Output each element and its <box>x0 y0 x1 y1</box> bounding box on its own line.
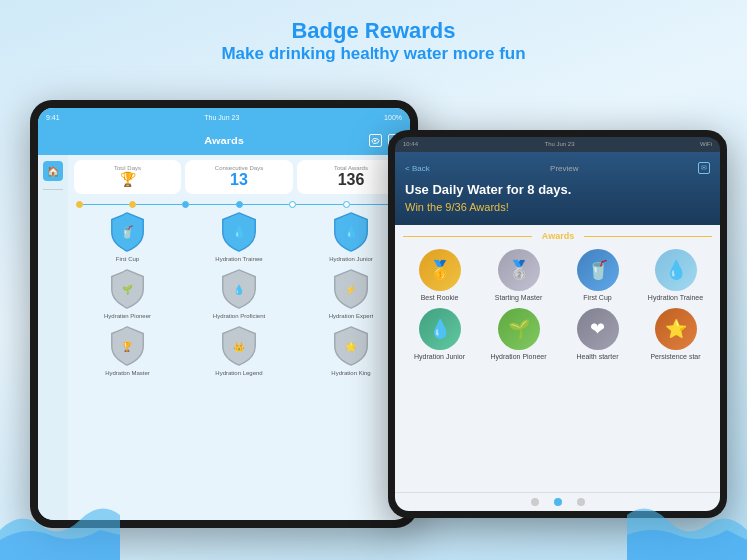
footer-dot-3 <box>577 498 585 506</box>
right-badge-icon-persistence-star: ⭐ <box>655 308 697 350</box>
stat-card-consecutive: Consecutive Days 13 <box>185 160 293 194</box>
badge-icon-hydration-pioneer: 🌱 <box>106 267 149 311</box>
right-ipad: 10:44 Thu Jun 23 WiFi < Back Preview ✉ U… <box>388 130 727 518</box>
right-nav: < Back Preview ✉ <box>405 162 710 174</box>
page-title: Badge Rewards <box>0 18 747 44</box>
right-badge-starting-master[interactable]: 🥈 Starting Master <box>482 249 555 302</box>
right-badge-first-cup[interactable]: 🥤 First Cup <box>561 249 633 302</box>
send-icon[interactable]: ✉ <box>698 162 710 174</box>
right-battery: WiFi <box>700 141 712 147</box>
progress-line <box>68 199 410 210</box>
svg-text:🌱: 🌱 <box>122 284 133 296</box>
svg-text:💧: 💧 <box>232 225 247 239</box>
right-badge-label-hydration-pioneer: Hydration Pioneer <box>490 353 546 361</box>
left-nav-bar: Awards + <box>38 126 410 155</box>
right-subtitle: Win the 9/36 Awards! <box>405 201 710 213</box>
right-awards-body: Awards 🥇 Best Rookie 🥈 <box>395 225 720 492</box>
svg-text:💧: 💧 <box>344 225 359 239</box>
left-status-bar: 9:41 Thu Jun 23 100% <box>38 108 410 126</box>
awards-header: Awards <box>403 231 712 241</box>
right-badge-health-starter[interactable]: ❤ Health starter <box>561 308 633 361</box>
badges-row-1: 🥤 First Cup 💧 Hydration Trainee <box>68 210 410 262</box>
right-badge-icon-first-cup: 🥤 <box>577 249 619 291</box>
page-header: Badge Rewards Make drinking healthy wate… <box>0 0 747 74</box>
page-subtitle: Make drinking healthy water more fun <box>0 44 747 64</box>
right-badge-icon-starting-master: 🥈 <box>498 249 540 291</box>
svg-text:🏆: 🏆 <box>122 341 133 353</box>
badge-first-cup[interactable]: 🥤 First Cup <box>74 210 181 262</box>
right-badge-grid-row1: 🥇 Best Rookie 🥈 Starting Master 🥤 <box>403 249 712 302</box>
badge-hydration-trainee[interactable]: 💧 Hydration Trainee <box>185 210 293 262</box>
conn-line-1 <box>83 204 129 206</box>
left-time: 9:41 <box>46 114 60 121</box>
right-badge-hydration-junior[interactable]: 💧 Hydration Junior <box>403 308 476 361</box>
right-title: Use Daily Water for 8 days. <box>405 182 710 197</box>
left-ipad: 9:41 Thu Jun 23 100% Awards + 🏠 <box>30 100 418 528</box>
conn-line-5 <box>296 204 343 206</box>
badge-hydration-proficient[interactable]: 💧 Hydration Proficient <box>185 267 293 319</box>
right-badge-hydration-pioneer[interactable]: 🌱 Hydration Pioneer <box>482 308 555 361</box>
badges-row-3: 🏆 Hydration Master 👑 Hydration Lege <box>68 324 410 376</box>
conn-dot-5 <box>289 201 296 208</box>
right-badge-icon-health-starter: ❤ <box>577 308 619 350</box>
right-badge-label-hydration-trainee: Hydration Trainee <box>648 294 703 302</box>
badge-icon-first-cup: 🥤 <box>106 210 149 254</box>
stats-row: Total Days 🏆 Consecutive Days 13 Total A… <box>68 155 410 199</box>
right-badge-label-hydration-junior: Hydration Junior <box>414 353 465 361</box>
right-screen-inner: 10:44 Thu Jun 23 WiFi < Back Preview ✉ U… <box>395 137 720 511</box>
trophy-icon: 🏆 <box>120 171 136 187</box>
badge-hydration-legend[interactable]: 👑 Hydration Legend <box>185 324 293 376</box>
left-layout: 🏠 Total Days 🏆 Consecutive Days 13 <box>38 155 410 520</box>
right-badge-hydration-trainee[interactable]: 💧 Hydration Trainee <box>639 249 712 302</box>
left-battery: 100% <box>384 114 402 121</box>
right-badge-label-starting-master: Starting Master <box>495 294 542 302</box>
conn-dot-1 <box>76 201 83 208</box>
badge-hydration-pioneer[interactable]: 🌱 Hydration Pioneer <box>74 267 181 319</box>
svg-text:👑: 👑 <box>233 341 245 353</box>
badge-name-hydration-legend: Hydration Legend <box>215 370 262 376</box>
water-decoration-right <box>627 470 747 560</box>
right-badge-label-health-starter: Health starter <box>576 353 618 361</box>
badge-name-hydration-junior: Hydration Junior <box>329 256 373 262</box>
conn-dot-2 <box>129 201 136 208</box>
svg-text:⚡: ⚡ <box>345 284 357 296</box>
badge-icon-hydration-master: 🏆 <box>106 324 149 368</box>
right-badge-label-persistence-star: Persistence star <box>650 353 700 361</box>
badge-icon-hydration-proficient: 💧 <box>217 267 261 311</box>
right-date: Thu Jun 23 <box>544 141 574 147</box>
left-date: Thu Jun 23 <box>204 114 239 121</box>
eye-icon[interactable] <box>369 134 382 147</box>
right-status-bar: 10:44 Thu Jun 23 WiFi <box>395 137 720 152</box>
left-nav-title: Awards <box>204 135 244 146</box>
conn-dot-6 <box>343 201 350 208</box>
right-badge-best-rookie[interactable]: 🥇 Best Rookie <box>403 249 476 302</box>
right-badge-grid-row2: 💧 Hydration Junior 🌱 Hydration Pioneer ❤ <box>403 308 712 361</box>
back-button[interactable]: < Back <box>405 164 430 173</box>
awards-divider-left <box>403 236 532 237</box>
right-time: 10:44 <box>403 141 418 147</box>
conn-dot-4 <box>236 201 243 208</box>
badge-icon-hydration-king: 🌟 <box>329 324 373 368</box>
badge-hydration-master[interactable]: 🏆 Hydration Master <box>74 324 181 376</box>
svg-text:💧: 💧 <box>233 284 245 296</box>
conn-line-4 <box>243 204 290 206</box>
right-badge-label-best-rookie: Best Rookie <box>421 294 459 302</box>
stat-value-consec: 13 <box>230 171 248 189</box>
right-top-banner: < Back Preview ✉ Use Daily Water for 8 d… <box>395 152 720 225</box>
badge-name-hydration-pioneer: Hydration Pioneer <box>104 313 151 319</box>
home-icon[interactable]: 🏠 <box>43 161 63 181</box>
badge-name-hydration-expert: Hydration Expert <box>329 313 374 319</box>
svg-point-1 <box>374 140 376 141</box>
water-decoration-left <box>0 470 120 560</box>
stat-card-days: Total Days 🏆 <box>74 160 181 194</box>
preview-label: Preview <box>550 164 578 173</box>
right-ipad-screen: 10:44 Thu Jun 23 WiFi < Back Preview ✉ U… <box>395 137 720 511</box>
badge-icon-hydration-expert: ⚡ <box>329 267 373 311</box>
stat-value-awards: 136 <box>338 171 365 189</box>
right-badge-persistence-star[interactable]: ⭐ Persistence star <box>639 308 712 361</box>
badge-name-hydration-master: Hydration Master <box>105 370 150 376</box>
badge-name-hydration-trainee: Hydration Trainee <box>215 256 262 262</box>
left-sidebar: 🏠 <box>38 155 68 520</box>
footer-dot-2 <box>554 498 562 506</box>
left-main: Total Days 🏆 Consecutive Days 13 Total A… <box>68 155 410 520</box>
